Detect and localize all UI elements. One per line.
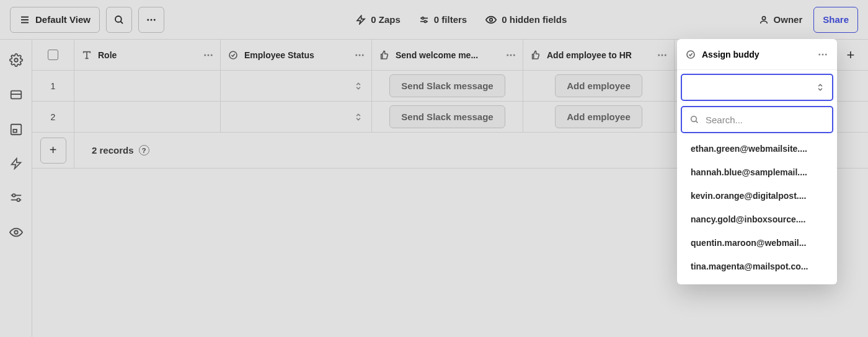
send-slack-message-button[interactable]: Send Slack message — [389, 105, 505, 128]
cell-add-employee-hr: Add employee — [523, 71, 675, 101]
add-row-button[interactable]: + — [40, 138, 66, 164]
bolt-icon[interactable] — [10, 157, 22, 170]
column-menu-icon[interactable] — [203, 50, 214, 61]
svg-point-39 — [662, 54, 663, 56]
column-header-add-employee-hr[interactable]: Add employee to HR — [523, 40, 675, 70]
svg-point-10 — [422, 17, 423, 19]
thumbs-up-icon — [379, 50, 389, 60]
column-label: Role — [98, 50, 117, 60]
column-header-role[interactable]: Role — [74, 40, 221, 70]
svg-point-15 — [14, 58, 18, 62]
help-icon[interactable]: ? — [139, 145, 149, 155]
bolt-icon — [356, 15, 366, 25]
svg-point-47 — [822, 53, 824, 55]
user-icon — [759, 15, 769, 25]
popover-title: Assign buddy — [702, 50, 760, 59]
svg-point-5 — [147, 19, 149, 20]
default-view-label: Default View — [35, 14, 91, 25]
svg-point-12 — [424, 20, 426, 22]
svg-point-7 — [154, 19, 156, 20]
popover-menu-icon[interactable] — [817, 49, 828, 60]
svg-point-33 — [359, 54, 361, 56]
column-menu-icon[interactable] — [657, 50, 668, 61]
buddy-option[interactable]: kevin.orange@digitalpost.... — [681, 184, 833, 208]
buddy-option[interactable]: quentin.maroon@webmail... — [681, 231, 833, 255]
svg-point-6 — [150, 19, 152, 20]
rows-icon — [19, 14, 30, 25]
column-menu-icon[interactable] — [505, 50, 516, 61]
svg-marker-20 — [11, 159, 20, 169]
gear-icon[interactable] — [9, 53, 23, 67]
add-column-cell: + — [833, 40, 868, 70]
add-employee-button[interactable]: Add employee — [555, 74, 642, 97]
column-header-send-welcome[interactable]: Send welcome me... — [372, 40, 523, 70]
text-icon — [82, 50, 92, 60]
share-button[interactable]: Share — [813, 7, 858, 33]
filters-label: 0 filters — [434, 14, 467, 25]
toolbar-center: 0 Zaps 0 filters 0 hidden fields — [170, 14, 753, 25]
buddy-option[interactable]: ethan.green@webmailsite.... — [681, 137, 833, 160]
layout-icon[interactable] — [9, 88, 23, 102]
assign-buddy-popover: Assign buddy ethan.green@webmailsite....… — [677, 39, 837, 284]
select-all-checkbox[interactable] — [48, 50, 58, 60]
zaps-label: 0 Zaps — [371, 14, 401, 25]
cell-send-welcome: Send Slack message — [372, 71, 523, 101]
chevron-up-down-icon — [816, 82, 825, 93]
hidden-fields-pill[interactable]: 0 hidden fields — [485, 14, 567, 25]
records-count: 2 records ? — [92, 133, 149, 168]
row-number[interactable]: 2 — [32, 102, 74, 132]
svg-point-24 — [17, 198, 20, 201]
row-number[interactable]: 1 — [32, 71, 74, 101]
buddy-option[interactable]: tina.magenta@mailspot.co... — [681, 255, 833, 278]
owner-label: Owner — [774, 14, 803, 25]
buddy-search-box — [681, 106, 833, 133]
owner-pill[interactable]: Owner — [759, 14, 803, 25]
search-button[interactable] — [106, 7, 132, 33]
svg-point-40 — [665, 54, 666, 56]
svg-point-49 — [691, 116, 697, 122]
send-slack-message-button[interactable]: Send Slack message — [389, 74, 505, 97]
cell-add-employee-hr: Add employee — [523, 102, 675, 132]
add-column-button[interactable]: + — [847, 47, 855, 63]
cell-trailing — [833, 102, 868, 132]
siderail — [0, 40, 32, 337]
cell-employee-status[interactable] — [221, 102, 372, 132]
default-view-button[interactable]: Default View — [10, 7, 100, 33]
assign-buddy-select[interactable] — [681, 74, 833, 101]
svg-point-29 — [208, 54, 210, 56]
filters-pill[interactable]: 0 filters — [419, 14, 467, 25]
share-label: Share — [823, 14, 849, 25]
panel-icon[interactable] — [9, 123, 23, 136]
column-menu-icon[interactable] — [354, 50, 365, 61]
sliders-icon — [419, 15, 429, 25]
add-employee-button[interactable]: Add employee — [555, 105, 642, 128]
buddy-search-input[interactable] — [706, 115, 825, 125]
svg-point-46 — [818, 53, 820, 55]
sliders-icon[interactable] — [9, 191, 23, 204]
cell-employee-status[interactable] — [221, 71, 372, 101]
search-icon — [689, 115, 699, 125]
svg-point-22 — [12, 194, 16, 197]
svg-line-50 — [696, 121, 698, 123]
cell-role[interactable] — [74, 102, 221, 132]
thumbs-up-icon — [531, 50, 541, 60]
zaps-pill[interactable]: 0 Zaps — [356, 14, 401, 25]
ellipsis-icon — [146, 14, 157, 25]
eye-icon — [485, 14, 497, 25]
svg-point-36 — [510, 54, 512, 56]
svg-point-28 — [204, 54, 206, 56]
cell-trailing — [833, 71, 868, 101]
svg-point-37 — [513, 54, 515, 56]
eye-icon[interactable] — [9, 225, 23, 239]
cell-role[interactable] — [74, 71, 221, 101]
buddy-option[interactable]: nancy.gold@inboxsource.... — [681, 208, 833, 231]
check-circle-icon — [686, 50, 696, 59]
more-button[interactable] — [138, 7, 164, 33]
svg-point-30 — [211, 54, 213, 56]
svg-marker-8 — [357, 15, 365, 24]
svg-point-35 — [507, 54, 508, 56]
cell-send-welcome: Send Slack message — [372, 102, 523, 132]
buddy-option[interactable]: hannah.blue@samplemail.... — [681, 160, 833, 184]
svg-point-34 — [362, 54, 364, 56]
column-header-employee-status[interactable]: Employee Status — [221, 40, 372, 70]
